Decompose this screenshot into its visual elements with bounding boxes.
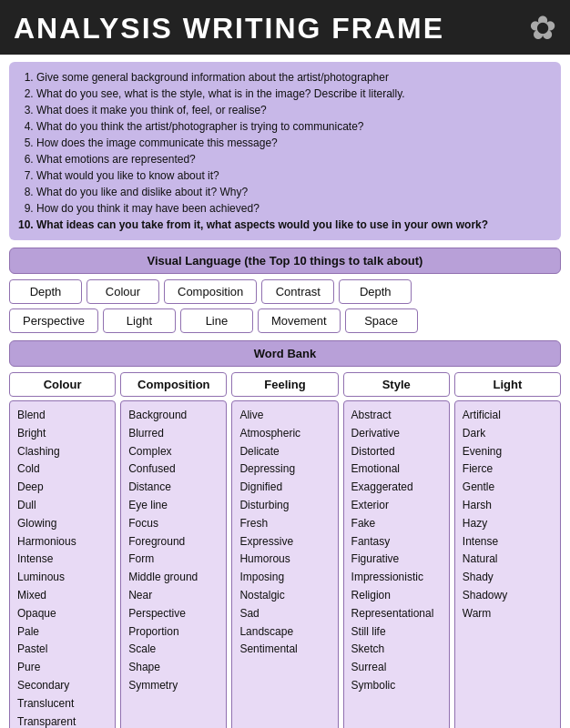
word-artificial: Artificial: [463, 407, 553, 425]
word-bright: Bright: [17, 425, 107, 443]
word-nostalgic: Nostalgic: [239, 587, 330, 605]
word-gentle: Gentle: [463, 479, 553, 497]
word-glowing: Glowing: [17, 515, 107, 533]
word-hazy: Hazy: [463, 515, 553, 533]
word-humorous: Humorous: [239, 551, 330, 569]
col-style-body: Abstract Derivative Distorted Emotional …: [343, 400, 450, 728]
tag-depth1: Depth: [9, 279, 82, 304]
word-sketch: Sketch: [351, 641, 442, 659]
col-light-body: Artificial Dark Evening Fierce Gentle Ha…: [454, 400, 561, 728]
word-background: Background: [128, 407, 219, 425]
tag-depth2: Depth: [339, 279, 412, 304]
word-near: Near: [128, 587, 219, 605]
word-form: Form: [128, 551, 219, 569]
word-harsh: Harsh: [463, 497, 553, 515]
word-pale: Pale: [17, 623, 107, 642]
word-harmonious: Harmonious: [17, 533, 107, 551]
word-natural: Natural: [463, 551, 553, 569]
instruction-item-6: What emotions are represented?: [36, 151, 550, 167]
instruction-item-7: What would you like to know about it?: [36, 167, 550, 184]
word-alive: Alive: [239, 407, 330, 425]
instruction-item-5: How does the image communicate this mess…: [36, 135, 550, 151]
col-feeling-header: Feeling: [231, 372, 338, 397]
instructions-box: Give some general background information…: [9, 62, 561, 240]
word-disturbing: Disturbing: [239, 497, 330, 515]
word-dull: Dull: [17, 497, 107, 515]
tag-perspective: Perspective: [9, 308, 98, 333]
instruction-item-1: Give some general background information…: [36, 69, 550, 86]
word-foreground: Foreground: [128, 533, 219, 551]
word-sad: Sad: [239, 605, 330, 623]
tag-contrast: Contrast: [261, 279, 334, 304]
word-opaque: Opaque: [17, 605, 107, 623]
word-fresh: Fresh: [239, 515, 330, 533]
visual-language-section: Visual Language (the Top 10 things to ta…: [9, 248, 561, 333]
word-fantasy: Fantasy: [351, 533, 442, 551]
visual-language-tags-row1: Depth Colour Composition Contrast Depth: [9, 279, 561, 304]
col-composition-header: Composition: [120, 372, 227, 397]
col-style-header: Style: [343, 372, 450, 397]
word-imposing: Imposing: [239, 569, 330, 587]
col-light-header: Light: [454, 372, 561, 397]
word-clashing: Clashing: [17, 443, 107, 461]
word-dignified: Dignified: [239, 479, 330, 497]
col-style: Style Abstract Derivative Distorted Emot…: [343, 372, 450, 728]
word-perspective: Perspective: [128, 605, 219, 623]
word-confused: Confused: [128, 460, 219, 479]
visual-language-header: Visual Language (the Top 10 things to ta…: [9, 248, 561, 274]
word-exterior: Exterior: [351, 497, 442, 515]
instruction-item-9: How do you think it may have been achiev…: [36, 200, 550, 217]
word-intense: Intense: [17, 551, 107, 569]
word-intense-light: Intense: [463, 533, 553, 551]
word-depressing: Depressing: [239, 460, 330, 479]
word-still-life: Still life: [351, 623, 442, 642]
word-proportion: Proportion: [128, 623, 219, 642]
word-evening: Evening: [463, 443, 553, 461]
word-translucent: Translucent: [17, 695, 107, 713]
word-middle-ground: Middle ground: [128, 569, 219, 587]
word-pastel: Pastel: [17, 641, 107, 659]
word-blurred: Blurred: [128, 425, 219, 443]
word-secondary: Secondary: [17, 677, 107, 695]
word-bank-columns: Colour Blend Bright Clashing Cold Deep D…: [9, 372, 561, 728]
col-light: Light Artificial Dark Evening Fierce Gen…: [454, 372, 561, 728]
word-abstract: Abstract: [351, 407, 442, 425]
word-exaggerated: Exaggerated: [351, 479, 442, 497]
instructions-list: Give some general background information…: [20, 69, 550, 233]
word-landscape: Landscape: [239, 623, 330, 642]
tag-line: Line: [180, 308, 253, 333]
col-composition: Composition Background Blurred Complex C…: [120, 372, 227, 728]
word-shape: Shape: [128, 659, 219, 677]
flower-icon: ✿: [529, 9, 556, 47]
word-distance: Distance: [128, 479, 219, 497]
visual-language-tags-row2: Perspective Light Line Movement Space: [9, 308, 561, 333]
word-representational: Representational: [351, 605, 442, 623]
word-surreal: Surreal: [351, 659, 442, 677]
word-distorted: Distorted: [351, 443, 442, 461]
word-complex: Complex: [128, 443, 219, 461]
tag-composition: Composition: [164, 279, 257, 304]
tag-movement: Movement: [258, 308, 341, 333]
tag-space: Space: [345, 308, 418, 333]
instruction-item-2: What do you see, what is the style, what…: [36, 86, 550, 102]
instruction-item-4: What do you think the artist/photographe…: [36, 118, 550, 135]
col-colour-header: Colour: [9, 372, 116, 397]
instruction-item-8: What do you like and dislike about it? W…: [36, 184, 550, 200]
col-colour: Colour Blend Bright Clashing Cold Deep D…: [9, 372, 116, 728]
word-symbolic: Symbolic: [351, 677, 442, 695]
instruction-item-10: What ideas can you take from it, what as…: [36, 217, 550, 233]
tag-light: Light: [103, 308, 176, 333]
word-bank-header: Word Bank: [9, 340, 561, 367]
word-deep: Deep: [17, 479, 107, 497]
instruction-item-3: What does it make you think of, feel, or…: [36, 102, 550, 118]
word-cold: Cold: [17, 460, 107, 479]
word-luminous: Luminous: [17, 569, 107, 587]
word-eye-line: Eye line: [128, 497, 219, 515]
col-feeling: Feeling Alive Atmospheric Delicate Depre…: [231, 372, 338, 728]
word-symmetry: Symmetry: [128, 677, 219, 695]
col-composition-body: Background Blurred Complex Confused Dist…: [120, 400, 227, 728]
word-impressionistic: Impressionistic: [351, 569, 442, 587]
word-expressive: Expressive: [239, 533, 330, 551]
col-colour-body: Blend Bright Clashing Cold Deep Dull Glo…: [9, 400, 116, 728]
word-focus: Focus: [128, 515, 219, 533]
